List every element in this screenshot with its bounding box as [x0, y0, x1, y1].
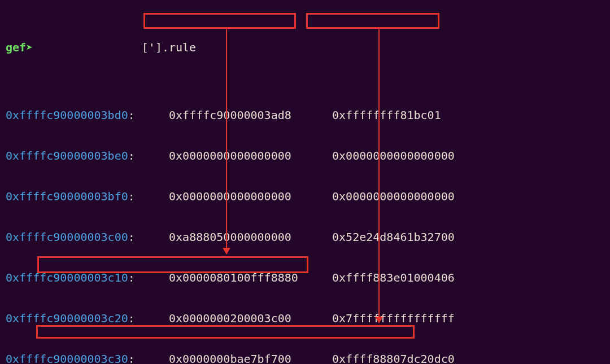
memdump-row: 0xffffc90000003bd0: 0xffffc90000003ad8 0… — [6, 108, 607, 122]
memdump-row: 0xffffc90000003be0: 0x0000000000000000 0… — [6, 149, 607, 163]
cmd-tail: ['].rule — [142, 41, 196, 54]
annotation-arrow — [226, 29, 227, 254]
gef-prompt: gef➤ — [6, 41, 33, 54]
annotation-box — [36, 325, 415, 339]
terminal[interactable]: gef➤ ['].rule 0xffffc90000003bd0: 0xffff… — [0, 0, 610, 364]
memdump-row: 0xffffc90000003c10: 0x0000080100fff8880 … — [6, 271, 607, 284]
memdump-row: 0xffffc90000003bf0: 0x0000000000000000 0… — [6, 190, 607, 203]
memdump-row: 0xffffc90000003c20: 0x0000000200003c00 0… — [6, 312, 607, 325]
memdump-row: 0xffffc90000003c00: 0xa888050000000000 0… — [6, 230, 607, 244]
memdump-row: 0xffffc90000003c30: 0x0000000bae7bf700 0… — [6, 352, 607, 364]
annotation-box — [143, 13, 296, 29]
annotation-box — [306, 13, 439, 29]
